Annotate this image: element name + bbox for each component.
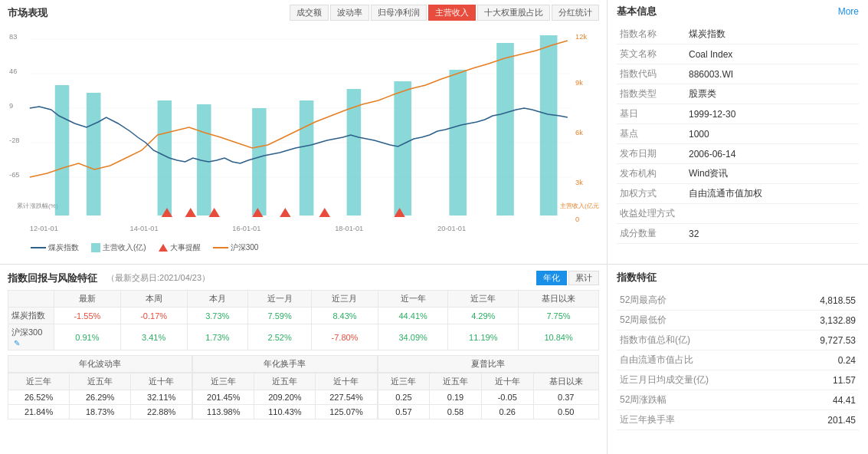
table-row-coal: 煤炭指数 -1.55% -0.17% 3.73% 7.59% 8.43% 44.… (8, 308, 599, 324)
col-header-week: 本周 (120, 291, 187, 308)
row-label-coal: 煤炭指数 (8, 308, 54, 324)
vol-row-coal: 26.52% 26.29% 32.11% (8, 390, 192, 405)
info-row-name: 指数名称 煤炭指数 (617, 25, 859, 44)
info-label-code: 指数代码 (617, 64, 686, 84)
svg-text:12-01-01: 12-01-01 (30, 225, 58, 232)
svg-rect-26 (252, 108, 267, 215)
cell-coal-latest: -1.55% (54, 308, 121, 324)
info-row-yield: 收益处理方式 (617, 204, 859, 224)
col-header-month: 本月 (187, 291, 248, 308)
svg-text:16-01-01: 16-01-01 (232, 225, 260, 232)
feat-label-mcap: 指数市值总和(亿) (617, 331, 732, 350)
col-header-3y: 近三年 (448, 291, 519, 308)
col-header-latest: 最新 (54, 291, 121, 308)
to-row-sh300: 113.98% 110.43% 125.07% (193, 405, 377, 419)
info-value-basedate: 1999-12-30 (686, 104, 859, 124)
chart-panel: 市场表现 成交额 波动率 归母净利润 主营收入 十大权重股占比 分红统计 83 … (0, 0, 608, 264)
svg-rect-28 (347, 89, 362, 215)
feat-row-mcap: 指数市值总和(亿) 9,727.53 (617, 331, 859, 350)
vol-col-3y: 近三年 (8, 373, 70, 390)
tab-cumulative[interactable]: 累计 (568, 271, 599, 285)
col-header-3m: 近三月 (312, 291, 378, 308)
info-label-yield: 收益处理方式 (617, 204, 686, 224)
feat-label-volume: 近三月日均成交量(亿) (617, 370, 732, 390)
svg-rect-31 (496, 43, 514, 215)
table-row-sh300: 沪深300 ✎ 0.91% 3.41% 1.73% 2.52% -7.80% 3… (8, 324, 599, 350)
info-label-basedate: 基日 (617, 104, 686, 124)
chart-tabs: 成交额 波动率 归母净利润 主营收入 十大权重股占比 分红统计 (290, 5, 599, 21)
svg-text:18-01-01: 18-01-01 (335, 225, 363, 232)
volatility-table: 近三年 近五年 近十年 26.52% 26.29% 32.11% (8, 373, 192, 419)
return-panel: 指数回报与风险特征 （最新交易日:2021/04/23） 年化 累计 最新 本周… (0, 265, 608, 454)
info-value-publisher: Wind资讯 (686, 164, 859, 184)
info-label-basepoint: 基点 (617, 124, 686, 144)
col-header-base: 基日以来 (519, 291, 599, 308)
info-row-type: 指数类型 股票类 (617, 84, 859, 104)
tab-top10[interactable]: 十大权重股占比 (477, 5, 550, 21)
more-link[interactable]: More (838, 6, 859, 17)
feat-label-low: 52周最低价 (617, 311, 732, 331)
features-table: 52周最高价 4,818.55 52周最低价 3,132.89 指数市值总和(亿… (617, 291, 859, 430)
tab-annualized[interactable]: 年化 (536, 271, 567, 285)
feat-label-3yturnover: 近三年换手率 (617, 410, 732, 430)
info-row-publish-date: 发布日期 2006-06-14 (617, 144, 859, 164)
tab-volume[interactable]: 成交额 (290, 5, 329, 21)
feat-value-float: 0.24 (732, 350, 859, 370)
info-value-yield (686, 204, 859, 224)
svg-text:14-01-01: 14-01-01 (130, 225, 159, 232)
cell-sh300-3m: -7.80% (312, 324, 378, 350)
cell-coal-1m: 7.59% (248, 308, 312, 324)
sr-row-coal: 0.25 0.19 -0.05 0.37 (378, 390, 599, 405)
chart-title: 市场表现 (8, 6, 47, 20)
feat-value-mcap: 9,727.53 (732, 331, 859, 350)
info-value-type: 股票类 (686, 84, 859, 104)
edit-icon[interactable]: ✎ (14, 339, 20, 347)
feat-row-volume: 近三月日均成交量(亿) 11.57 (617, 370, 859, 390)
tab-net-profit[interactable]: 归母净利润 (371, 5, 427, 21)
feat-value-low: 3,132.89 (732, 311, 859, 331)
info-row-en: 英文名称 Coal Index (617, 44, 859, 64)
return-table: 最新 本周 本月 近一月 近三月 近一年 近三年 基日以来 煤炭指数 -1.55… (8, 290, 599, 350)
info-value-name: 煤炭指数 (686, 25, 859, 44)
info-row-basepoint: 基点 1000 (617, 124, 859, 144)
svg-rect-23 (87, 93, 101, 215)
cell-sh300-base: 10.84% (519, 324, 599, 350)
info-value-code: 886003.WI (686, 64, 859, 84)
chart-svg: 83 46 9 -28 -65 累计涨跌幅(%) 12k 9k 6k 3k 0 … (8, 24, 599, 239)
svg-text:0: 0 (575, 215, 579, 223)
period-tabs: 年化 累计 (536, 271, 599, 285)
sr-col-base: 基日以来 (533, 373, 598, 390)
info-label-en: 英文名称 (617, 44, 686, 64)
vol-row-sh300: 21.84% 18.73% 22.88% (8, 405, 192, 419)
feat-row-float: 自由流通市值占比 0.24 (617, 350, 859, 370)
feat-row-52change: 52周涨跌幅 44.41 (617, 390, 859, 410)
legend-events: 大事提醒 (159, 242, 201, 253)
svg-text:9k: 9k (575, 79, 583, 87)
legend-revenue: 主营收入(亿) (91, 242, 146, 253)
cell-sh300-3y: 11.19% (448, 324, 519, 350)
to-row-coal: 201.45% 209.20% 227.54% (193, 390, 377, 405)
feat-value-3yturnover: 201.45 (732, 410, 859, 430)
svg-marker-38 (319, 208, 330, 217)
legend-events-label: 大事提醒 (170, 242, 201, 253)
info-label-publisher: 发布机构 (617, 164, 686, 184)
info-panel-title: 基本信息 (617, 5, 657, 18)
cell-sh300-latest: 0.91% (54, 324, 121, 350)
feat-row-low: 52周最低价 3,132.89 (617, 311, 859, 331)
info-row-basedate: 基日 1999-12-30 (617, 104, 859, 124)
tab-volatility[interactable]: 波动率 (330, 5, 369, 21)
sr-row-sh300: 0.57 0.58 0.26 0.50 (378, 405, 599, 419)
tab-dividend[interactable]: 分红统计 (552, 5, 599, 21)
tab-revenue[interactable]: 主营收入 (428, 5, 476, 21)
sr-col-10y: 近十年 (481, 373, 533, 390)
turnover-title: 年化换手率 (192, 355, 377, 373)
cell-sh300-1y: 34.09% (378, 324, 448, 350)
sharpe-block: 夏普比率 近三年 近五年 近十年 基日以来 0.2 (378, 355, 600, 424)
svg-text:累计涨跌幅(%): 累计涨跌幅(%) (17, 202, 58, 209)
feat-value-high: 4,818.55 (732, 291, 859, 311)
info-label-type: 指数类型 (617, 84, 686, 104)
feat-row-3yturnover: 近三年换手率 201.45 (617, 410, 859, 430)
svg-text:-65: -65 (9, 171, 19, 179)
return-subtitle: （最新交易日:2021/04/23） (106, 272, 210, 284)
svg-rect-32 (540, 35, 558, 215)
